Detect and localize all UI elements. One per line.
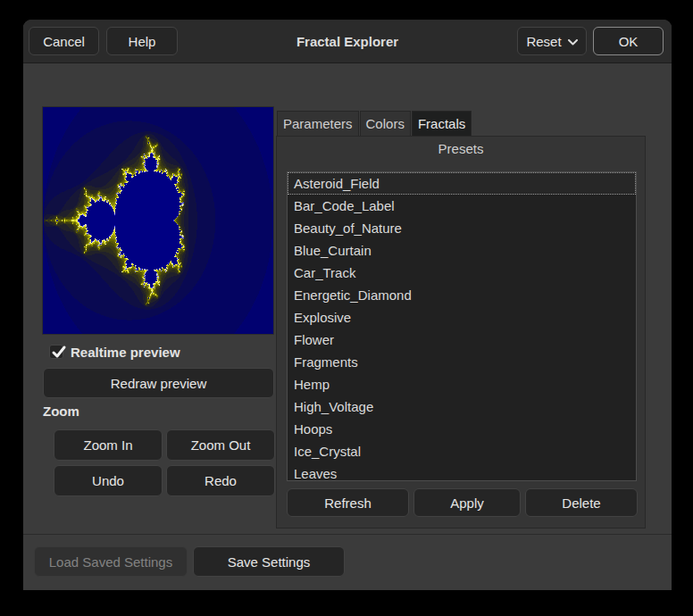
preset-list-item[interactable]: Car_Track <box>288 262 636 284</box>
apply-label: Apply <box>450 495 484 511</box>
fractal-preview-canvas[interactable] <box>43 107 273 334</box>
load-saved-settings-label: Load Saved Settings <box>49 554 172 570</box>
realtime-preview-checkbox[interactable] <box>49 345 63 359</box>
realtime-preview-checkbox-row[interactable]: Realtime preview <box>49 344 180 360</box>
refresh-button[interactable]: Refresh <box>287 488 409 517</box>
tab-parameters[interactable]: Parameters <box>277 111 359 136</box>
realtime-preview-label: Realtime preview <box>71 345 180 360</box>
preset-list-item[interactable]: Bar_Code_Label <box>288 195 636 217</box>
desktop-background: Cancel Help Fractal Explorer Reset OK Re… <box>0 0 693 616</box>
presets-list[interactable]: Asteroid_FieldBar_Code_LabelBeauty_of_Na… <box>287 171 637 481</box>
tab-colors-label: Colors <box>366 116 405 131</box>
redo-label: Redo <box>205 473 237 488</box>
delete-button[interactable]: Delete <box>525 488 638 517</box>
notebook-tab-strip: Parameters Colors Fractals <box>277 111 472 136</box>
redraw-preview-button[interactable]: Redraw preview <box>43 368 274 398</box>
help-button[interactable]: Help <box>106 27 178 55</box>
preset-list-item[interactable]: Blue_Curtain <box>288 239 636 262</box>
fractals-tab-panel: Presets Asteroid_FieldBar_Code_LabelBeau… <box>276 136 646 529</box>
undo-button[interactable]: Undo <box>54 465 163 496</box>
save-settings-label: Save Settings <box>228 554 311 570</box>
ok-button-label: OK <box>619 34 639 49</box>
preset-list-item[interactable]: Beauty_of_Nature <box>288 217 636 239</box>
tab-fractals[interactable]: Fractals <box>412 111 472 136</box>
presets-heading: Presets <box>277 141 645 156</box>
reset-dropdown-button[interactable]: Reset <box>517 27 587 55</box>
preset-list-item[interactable]: Leaves <box>288 462 636 481</box>
preset-list-item[interactable]: Hoops <box>288 418 636 440</box>
load-saved-settings-button[interactable]: Load Saved Settings <box>34 546 188 577</box>
preset-list-item[interactable]: High_Voltage <box>288 395 636 418</box>
preset-list-item[interactable]: Explosive <box>288 306 636 329</box>
tab-fractals-label: Fractals <box>418 116 465 131</box>
redraw-preview-label: Redraw preview <box>111 376 207 391</box>
fractal-explorer-dialog: Cancel Help Fractal Explorer Reset OK Re… <box>23 20 672 590</box>
apply-button[interactable]: Apply <box>413 488 521 517</box>
save-settings-button[interactable]: Save Settings <box>193 546 345 577</box>
help-button-label: Help <box>129 34 156 49</box>
preset-list-item[interactable]: Fragments <box>288 351 636 373</box>
zoom-section-label: Zoom <box>43 404 79 419</box>
preset-list-item[interactable]: Flower <box>288 329 636 351</box>
tab-colors[interactable]: Colors <box>360 111 411 136</box>
redo-button[interactable]: Redo <box>166 465 275 496</box>
checkmark-icon <box>50 345 66 361</box>
ok-button[interactable]: OK <box>593 27 664 55</box>
tab-parameters-label: Parameters <box>283 116 353 131</box>
titlebar[interactable]: Cancel Help Fractal Explorer Reset OK <box>23 20 672 63</box>
reset-button-label: Reset <box>526 34 561 49</box>
preset-list-item[interactable]: Hemp <box>288 373 636 395</box>
cancel-button-label: Cancel <box>43 34 85 49</box>
refresh-label: Refresh <box>324 495 372 511</box>
zoom-in-label: Zoom In <box>83 437 132 453</box>
zoom-out-button[interactable]: Zoom Out <box>166 429 275 461</box>
preset-list-item[interactable]: Energetic_Diamond <box>288 284 636 306</box>
preset-list-item[interactable]: Asteroid_Field <box>288 172 636 195</box>
preset-list-item[interactable]: Ice_Crystal <box>288 440 636 462</box>
cancel-button[interactable]: Cancel <box>29 27 99 55</box>
fractal-preview-frame <box>42 106 274 335</box>
chevron-down-icon <box>568 39 578 46</box>
delete-label: Delete <box>562 495 600 511</box>
zoom-in-button[interactable]: Zoom In <box>54 429 163 461</box>
footer-separator <box>23 534 672 535</box>
undo-label: Undo <box>92 473 124 488</box>
zoom-out-label: Zoom Out <box>191 437 251 453</box>
